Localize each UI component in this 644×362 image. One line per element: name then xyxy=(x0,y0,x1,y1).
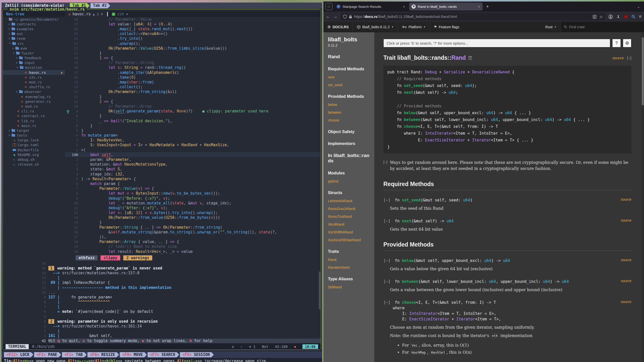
tree-item-mod.rs[interactable]: ⚙mod.rs xyxy=(3,104,65,109)
url-bar[interactable]: https://docs.rs/libafl_bolts/0.11.2/liba… xyxy=(341,13,605,20)
tree-item-fuzzer[interactable]: fuzzer xyxy=(3,51,65,55)
sidebar-link-between[interactable]: between xyxy=(328,110,370,114)
sidebar-heading[interactable]: Traits xyxy=(328,249,370,254)
expander-expanded-icon[interactable] xyxy=(9,43,11,44)
forward-button[interactable]: → xyxy=(333,14,338,19)
keybar-item[interactable]: <F8> RESIZE xyxy=(87,352,119,357)
sidebar-link-RomuTrioRand[interactable]: RomuTrioRand xyxy=(328,215,370,219)
expander-expanded-icon[interactable] xyxy=(13,52,15,54)
crate-dropdown[interactable]: libafl_bolts-0.11.2 ▼ xyxy=(353,22,398,32)
keybar-item[interactable]: <F1> TAB xyxy=(62,352,87,357)
source-link[interactable]: source xyxy=(621,300,631,322)
tree-item-~/.genesis/Documents/[interactable]: ~/.genesis/Documents/ xyxy=(3,17,65,22)
ublock-origin-icon[interactable] xyxy=(624,15,628,19)
sidebar-link-Xoshiro256StarRand[interactable]: Xoshiro256StarRand xyxy=(328,238,370,242)
sidebar-heading[interactable]: Object Safety xyxy=(328,129,370,134)
sidebar-heading[interactable]: Type Aliases xyxy=(328,277,370,281)
sidebar-heading[interactable]: In libafl_bolts::rands xyxy=(328,153,370,164)
browser-tab[interactable]: Startpage Search Results× xyxy=(334,3,408,11)
collapse-toggle[interactable]: [−] xyxy=(383,300,393,305)
docs-search-input[interactable] xyxy=(383,39,610,47)
sidebar-link-set_seed[interactable]: set_seed xyxy=(328,83,370,87)
clippy-output-window[interactable]: 16151 warning: method `generate_param` i… xyxy=(3,261,321,343)
expander-collapsed-icon[interactable] xyxy=(16,62,18,64)
collapse-toggle[interactable]: [−] xyxy=(383,160,387,172)
feature-flags-link[interactable]: ⚑ Feature flags xyxy=(430,22,463,32)
firefox-view-icon[interactable] xyxy=(325,3,332,10)
editor-scrollbar[interactable] xyxy=(319,272,320,309)
method-signature[interactable]: [−] fn below(&mut self, upper_bound_excl… xyxy=(383,258,510,263)
expander-collapsed-icon[interactable] xyxy=(9,28,10,30)
expander-collapsed-icon[interactable] xyxy=(9,130,10,132)
tree-item-evm[interactable]: evm xyxy=(3,46,65,51)
sidebar-link-RomuDuoJrRand[interactable]: RomuDuoJrRand xyxy=(328,207,370,211)
page-scrollbar[interactable] xyxy=(641,32,644,362)
expander-collapsed-icon[interactable] xyxy=(9,38,10,40)
new-tab-button[interactable]: + xyxy=(484,4,491,9)
tree-item-Cargo.toml[interactable]: TCargo.toml xyxy=(3,143,65,147)
sidebar-heading[interactable]: Modules xyxy=(328,171,370,175)
tree-item-Dockerfile[interactable]: Dockerfile xyxy=(3,147,65,152)
tree-item-shuffle.rs[interactable]: ⚙shuffle.rs xyxy=(3,85,65,89)
account-icon[interactable] xyxy=(608,15,613,19)
keybar-item[interactable]: <F5> SESSION xyxy=(180,352,214,357)
tree-item-mutation[interactable]: mutation xyxy=(3,65,65,70)
source-link[interactable]: source xyxy=(621,279,631,284)
expander-collapsed-icon[interactable] xyxy=(9,23,10,25)
tree-item-observer[interactable]: observer xyxy=(3,89,65,94)
platform-dropdown[interactable]: ⚙⚙ Platform ▼ xyxy=(398,22,430,32)
tree-item-input[interactable]: input xyxy=(3,61,65,65)
zellij-tab[interactable]: Tab #2 xyxy=(90,3,110,8)
settings-gear-button[interactable]: ⚙ xyxy=(623,39,631,47)
method-signature[interactable]: [−] fn choose<I, E, T>(&mut self, from: … xyxy=(383,300,501,322)
sidebar-heading[interactable]: Provided Methods xyxy=(328,94,370,99)
tree-item-i2s.rs[interactable]: ⚙i2s.rs xyxy=(3,75,65,80)
source-link[interactable]: source xyxy=(612,56,624,60)
sidebar-link-next[interactable]: next xyxy=(328,75,370,79)
collapse-toggle[interactable]: [−] xyxy=(627,56,631,60)
sidebar-link-StdRand[interactable]: StdRand xyxy=(328,285,370,289)
sidebar-link-pybind[interactable]: pybind xyxy=(328,179,370,183)
sidebar-link-Rand[interactable]: Rand xyxy=(328,258,370,262)
close-icon[interactable]: × xyxy=(478,5,480,9)
sidebar-link-RandomSeed[interactable]: RandomSeed xyxy=(328,265,370,269)
tree-item-target[interactable]: target xyxy=(3,128,65,133)
close-icon[interactable]: × xyxy=(126,12,128,16)
collapse-toggle[interactable]: [−] xyxy=(383,258,393,263)
close-icon[interactable]: × xyxy=(403,5,405,9)
source-link[interactable]: source xyxy=(621,258,631,263)
sync-icon[interactable] xyxy=(616,15,620,19)
keybar-item[interactable]: <F12> LOCK xyxy=(4,352,33,357)
sidebar-link-XorShift64Rand[interactable]: XorShift64Rand xyxy=(328,230,370,234)
tree-item-tests[interactable]: tests xyxy=(3,133,65,138)
expander-collapsed-icon[interactable] xyxy=(9,134,10,136)
docsrs-brand[interactable]: ⚙ DOCS.RS xyxy=(323,22,353,32)
tree-item-out[interactable]: out xyxy=(3,32,65,36)
back-button[interactable]: ← xyxy=(326,14,330,19)
tree-item-examples[interactable]: examples xyxy=(3,26,65,31)
code-editor[interactable]: 28 // Parameter::Value27 let value: [u64… xyxy=(65,17,320,254)
keybar-item[interactable]: <F7> SEARCH xyxy=(147,352,179,357)
collapse-toggle[interactable]: [−] xyxy=(383,198,393,202)
tree-item-Cargo.lock[interactable]: ⌂Cargo.lock xyxy=(3,138,65,143)
browser-tab[interactable]: RRand in libafl_bolts::rands× xyxy=(409,3,483,11)
tree-item-README.org[interactable]: ◉README.org xyxy=(3,152,65,157)
tree-item-evmcmplog.rs[interactable]: ⚙evmcmplog.rs xyxy=(3,94,65,99)
url-text[interactable]: https://docs.rs/libafl_bolts/0.11.2/liba… xyxy=(354,15,457,19)
close-icon[interactable]: × xyxy=(101,12,103,16)
keybar-item[interactable]: <F2> PANE xyxy=(34,352,61,357)
tree-item-main.rs[interactable]: ⚙main.rs xyxy=(3,123,65,128)
expander-collapsed-icon[interactable] xyxy=(9,33,10,35)
tree-item-contract.rs[interactable]: ⚙contract.rs xyxy=(3,114,65,118)
tree-item-mod.rs[interactable]: ⚙mod.rs xyxy=(3,80,65,84)
source-link[interactable]: source xyxy=(621,197,631,203)
tracking-shield-icon[interactable] xyxy=(343,15,347,19)
tree-item-feedback[interactable]: feedback xyxy=(3,56,65,61)
tree-item-contracts[interactable]: contracts xyxy=(3,22,65,26)
menu-hamburger-icon[interactable]: ≡ xyxy=(639,14,641,19)
find-crate-search[interactable]: Find crate xyxy=(561,22,644,32)
expander-collapsed-icon[interactable] xyxy=(16,57,18,59)
sidebar-heading[interactable]: Structs xyxy=(328,190,370,195)
rust-language-dropdown[interactable]: Rust ▼ xyxy=(541,22,561,32)
search-help-button[interactable]: ? xyxy=(612,39,621,47)
